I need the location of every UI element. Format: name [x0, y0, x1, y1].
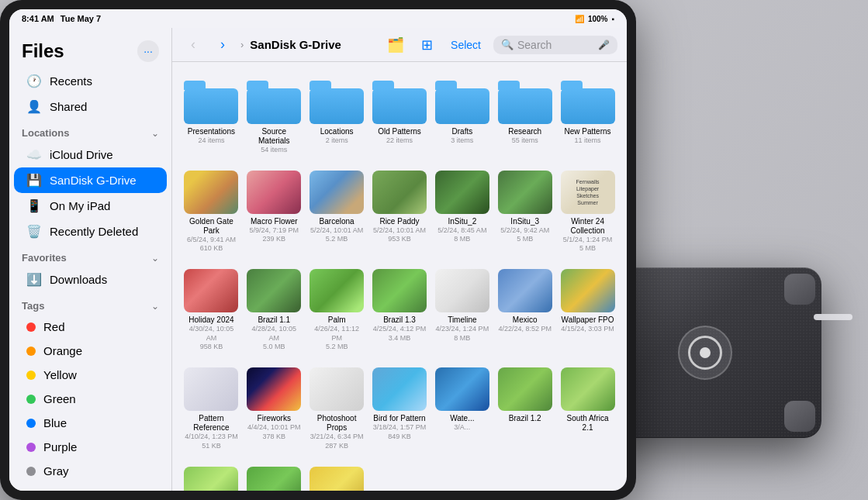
status-left: 8:41 AM Tue May 7	[22, 14, 101, 23]
folder-new-patterns[interactable]: New Patterns 11 items	[558, 74, 617, 161]
status-bar: 8:41 AM Tue May 7 📶 100% ▪	[9, 9, 627, 28]
thumb-tha	[310, 467, 364, 491]
forward-button[interactable]: ›	[211, 33, 234, 57]
more-button[interactable]: ···	[137, 40, 159, 62]
tags-section-header[interactable]: Tags ⌄	[9, 292, 171, 315]
file-golden-gate-name: Golden Gate Park	[185, 217, 238, 236]
thumb-holiday	[184, 269, 238, 312]
folder-icon-button[interactable]: 🗂️	[384, 33, 407, 57]
file-wallpaper[interactable]: Wallpaper FPO 4/15/24, 3:03 PM	[558, 263, 617, 358]
file-barcelona[interactable]: Barcelona 5/2/24, 10:01 AM5.2 MB	[307, 164, 367, 260]
sidebar-item-tag-orange[interactable]: Orange	[14, 339, 167, 363]
main-area: Files ··· 🕐 Recents 👤 Shared Locations	[9, 28, 627, 491]
thumb-barcelona	[310, 171, 364, 214]
sidebar: Files ··· 🕐 Recents 👤 Shared Locations	[9, 28, 172, 491]
file-bird[interactable]: Bird for Pattern 3/18/24, 1:57 PM849 KB	[370, 361, 430, 457]
sidebar-item-tag-blue[interactable]: Blue	[14, 411, 167, 435]
folder-drafts[interactable]: Drafts 3 items	[432, 74, 492, 161]
folder-icon-locations	[310, 81, 364, 124]
file-tha[interactable]: Tha...	[307, 460, 367, 491]
file-insitu3-name: InSitu_3	[510, 217, 539, 226]
winter24-text: FernwallsLitepaperSketchesSummer	[576, 178, 600, 206]
search-bar[interactable]: 🔍 Search 🎤	[493, 36, 617, 54]
back-button[interactable]: ‹	[182, 33, 205, 57]
sidebar-item-tag-purple[interactable]: Purple	[14, 435, 167, 459]
battery-label: 100%	[588, 15, 608, 23]
sidebar-item-tag-red[interactable]: Red	[14, 315, 167, 339]
file-brazil11-name: Brazil 1.1	[258, 316, 290, 325]
file-water[interactable]: Wate... 3/A...	[432, 361, 492, 457]
file-timeline[interactable]: Timeline 4/23/24, 1:24 PM8 MB	[432, 263, 492, 358]
thumb-wallpaper	[561, 269, 615, 312]
file-fireworks[interactable]: Fireworks 4/4/24, 10:01 PM378 KB	[244, 361, 304, 457]
folder-source-materials-meta: 54 items	[261, 146, 287, 155]
folder-icon-new-patterns	[561, 81, 615, 124]
file-macro-flower-name: Macro Flower	[251, 217, 298, 226]
recently-deleted-label: Recently Deleted	[50, 225, 138, 238]
sidebar-item-downloads[interactable]: ⬇️ Downloads	[14, 267, 167, 292]
folder-old-patterns[interactable]: Old Patterns 22 items	[370, 74, 430, 161]
purple-tag-dot	[26, 443, 36, 452]
sidebar-item-tag-green[interactable]: Green	[14, 387, 167, 411]
file-fern22[interactable]: Fern 22	[244, 460, 304, 491]
sidebar-item-on-my-ipad[interactable]: 📱 On My iPad	[14, 193, 167, 219]
file-area: ‹ › › SanDisk G-Drive 🗂️ ⊞ Select 🔍	[172, 28, 627, 491]
file-golden-gate[interactable]: Golden Gate Park 6/5/24, 9:41 AM610 KB	[182, 164, 241, 260]
recents-label: Recents	[50, 74, 92, 88]
file-wallpaper-meta: 4/15/24, 3:03 PM	[561, 325, 614, 334]
folder-old-patterns-meta: 22 items	[386, 136, 413, 146]
sidebar-item-sandisk[interactable]: 💾 SanDisk G-Drive	[14, 167, 167, 193]
sidebar-item-recently-deleted[interactable]: 🗑️ Recently Deleted	[14, 219, 167, 244]
file-mexico[interactable]: Mexico 4/22/24, 8:52 PM	[495, 263, 555, 358]
thumb-photoshoot	[310, 367, 364, 411]
folder-icon-drafts	[435, 81, 489, 124]
sidebar-item-recents[interactable]: 🕐 Recents	[14, 68, 167, 94]
sidebar-item-icloud[interactable]: ☁️ iCloud Drive	[14, 142, 167, 167]
file-brazil11[interactable]: Brazil 1.1 4/28/24, 10:05 AM5.0 MB	[244, 263, 304, 358]
file-argentina[interactable]: Argentina	[182, 460, 241, 491]
toolbar-actions: 🗂️ ⊞ Select 🔍 Search 🎤	[384, 33, 617, 57]
select-button[interactable]: Select	[446, 36, 486, 54]
thumb-brazil11	[247, 269, 301, 312]
thumb-macro-flower	[247, 171, 301, 214]
file-winter24[interactable]: FernwallsLitepaperSketchesSummer Winter …	[558, 164, 617, 260]
file-south-africa[interactable]: South Africa 2.1	[558, 361, 617, 457]
green-tag-dot	[26, 395, 36, 404]
sidebar-item-tag-yellow[interactable]: Yellow	[14, 363, 167, 387]
file-palm-meta: 4/26/24, 11:12 PM5.2 MB	[310, 325, 364, 352]
file-pattern-ref[interactable]: Pattern Reference 4/10/24, 1:23 PM51 KB	[182, 361, 241, 457]
file-insitu3[interactable]: InSitu_3 5/2/24, 9:42 AM5 MB	[495, 164, 555, 260]
file-insitu2-meta: 5/2/24, 8:45 AM8 MB	[437, 226, 486, 244]
gdrive-logo-inner	[688, 336, 722, 370]
file-holiday2024-meta: 4/30/24, 10:05 AM958 KB	[185, 325, 238, 352]
status-date: Tue May 7	[61, 14, 101, 23]
file-brazil13[interactable]: Brazil 1.3 4/25/24, 4:12 PM3.4 MB	[370, 263, 430, 358]
thumb-south-africa	[561, 367, 615, 411]
icloud-icon: ☁️	[26, 147, 42, 162]
file-brazil12[interactable]: Brazil 1.2	[495, 361, 555, 457]
gdrive-corner-br	[784, 401, 815, 432]
thumb-golden-gate	[184, 171, 238, 214]
favorites-section-header[interactable]: Favorites ⌄	[9, 244, 171, 267]
sidebar-item-tag-gray[interactable]: Gray	[14, 459, 167, 483]
folder-presentations[interactable]: Presentations 24 items	[182, 74, 241, 161]
grid-view-button[interactable]: ⊞	[415, 33, 438, 57]
file-insitu2[interactable]: InSitu_2 5/2/24, 8:45 AM8 MB	[432, 164, 492, 260]
folder-locations[interactable]: Locations 2 items	[307, 74, 367, 161]
favorites-section-label: Favorites	[22, 252, 67, 264]
gdrive-corner-tr	[784, 274, 815, 305]
file-palm[interactable]: Palm 4/26/24, 11:12 PM5.2 MB	[307, 263, 367, 358]
file-holiday2024[interactable]: Holiday 2024 4/30/24, 10:05 AM958 KB	[182, 263, 241, 358]
file-rice-paddy[interactable]: Rice Paddy 5/2/24, 10:01 AM953 KB	[370, 164, 430, 260]
file-photoshoot[interactable]: Photoshoot Props 3/21/24, 6:34 PM287 KB	[307, 361, 367, 457]
folder-research-meta: 55 items	[512, 136, 538, 146]
folder-source-materials[interactable]: Source Materials 54 items	[244, 74, 304, 161]
file-macro-flower[interactable]: Macro Flower 5/9/24, 7:19 PM239 KB	[244, 164, 304, 260]
folder-research[interactable]: Research 55 items	[495, 74, 555, 161]
downloads-icon: ⬇️	[26, 272, 42, 287]
search-placeholder: Search	[517, 39, 552, 51]
sidebar-item-shared[interactable]: 👤 Shared	[14, 94, 167, 119]
locations-section-header[interactable]: Locations ⌄	[9, 119, 171, 142]
mic-icon: 🎤	[598, 40, 610, 50]
trash-icon: 🗑️	[26, 224, 42, 239]
